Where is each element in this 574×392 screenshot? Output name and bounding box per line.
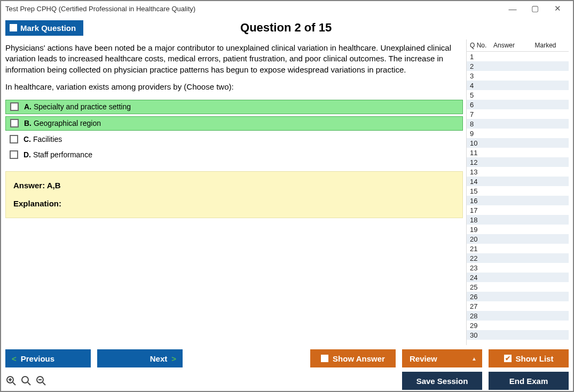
- answer-option-checkbox[interactable]: [10, 102, 19, 111]
- explanation-label: Explanation:: [13, 198, 455, 209]
- answer-option-label: D. Staff performance: [23, 150, 92, 160]
- show-list-button[interactable]: Show List: [489, 349, 569, 367]
- next-label: Next: [150, 354, 168, 363]
- answer-option-label: C. Facilities: [23, 134, 62, 145]
- question-list-row-number: 26: [470, 293, 493, 301]
- answer-option-checkbox[interactable]: [10, 135, 18, 143]
- question-list-row-number: 18: [470, 216, 493, 224]
- question-list-row-number: 9: [470, 130, 493, 138]
- question-list-row[interactable]: 10: [467, 138, 569, 148]
- question-list-row-number: 30: [470, 331, 493, 339]
- previous-label: Previous: [21, 354, 54, 363]
- answer-option-label: B. Geographical region: [24, 118, 101, 129]
- show-list-label: Show List: [516, 354, 554, 363]
- window-minimize-button[interactable]: —: [501, 3, 524, 14]
- next-button[interactable]: Next >: [97, 349, 183, 367]
- question-list-row-number: 29: [470, 322, 493, 330]
- question-list-row[interactable]: 26: [467, 292, 569, 301]
- question-list-row-number: 23: [470, 264, 493, 272]
- window-maximize-button[interactable]: ▢: [524, 3, 546, 14]
- show-answer-label: Show Answer: [333, 354, 385, 363]
- save-session-button[interactable]: Save Session: [402, 372, 482, 390]
- question-list-row[interactable]: 29: [467, 321, 569, 330]
- answer-option[interactable]: D. Staff performance: [5, 148, 463, 162]
- question-list-row[interactable]: 9: [467, 129, 569, 138]
- question-list-row-number: 25: [470, 283, 493, 291]
- question-list-row-number: 22: [470, 254, 493, 262]
- question-counter-title: Question 2 of 15: [83, 21, 489, 35]
- question-list-row[interactable]: 16: [467, 196, 569, 205]
- question-list-row-number: 28: [470, 312, 493, 320]
- chevron-right-icon: >: [171, 354, 176, 363]
- question-list-row[interactable]: 13: [467, 167, 569, 177]
- question-list-row[interactable]: 2: [467, 61, 569, 71]
- question-list-row[interactable]: 14: [467, 177, 569, 186]
- question-list-row[interactable]: 17: [467, 205, 569, 215]
- question-list-row[interactable]: 24: [467, 273, 569, 282]
- svg-line-1: [13, 382, 15, 385]
- question-list-row-number: 10: [470, 139, 493, 147]
- list-header-qno: Q No.: [470, 42, 493, 49]
- mark-question-button[interactable]: Mark Question: [5, 20, 83, 36]
- answer-option[interactable]: C. Facilities: [5, 133, 463, 146]
- question-list-row[interactable]: 7: [467, 109, 569, 119]
- question-list-row-number: 8: [470, 120, 493, 128]
- question-list-row[interactable]: 20: [467, 234, 569, 244]
- question-list-row[interactable]: 15: [467, 186, 569, 196]
- question-list-row[interactable]: 27: [467, 301, 569, 311]
- answer-option[interactable]: B. Geographical region: [5, 116, 463, 131]
- review-label: Review: [410, 354, 437, 363]
- mark-question-checkbox-icon: [10, 24, 17, 31]
- answer-explanation-box: Answer: A,B Explanation:: [5, 171, 463, 219]
- question-list-row-number: 7: [470, 110, 493, 118]
- question-prompt-paragraph-2: In healthcare, variation exists among pr…: [5, 82, 463, 92]
- question-list-row-number: 4: [470, 82, 493, 90]
- question-list-row-number: 24: [470, 274, 493, 282]
- question-list-row-number: 5: [470, 91, 493, 99]
- question-list-row-number: 14: [470, 178, 493, 186]
- chevron-up-icon: ▲: [471, 356, 477, 362]
- question-list-row-number: 16: [470, 197, 493, 205]
- question-list-row[interactable]: 30: [467, 330, 569, 340]
- question-list-row[interactable]: 4: [467, 81, 569, 90]
- question-list-row[interactable]: 12: [467, 157, 569, 167]
- zoom-reset-icon[interactable]: [20, 375, 32, 387]
- question-list-row[interactable]: 18: [467, 215, 569, 225]
- zoom-out-icon[interactable]: [35, 375, 47, 387]
- zoom-in-icon[interactable]: [5, 375, 17, 387]
- question-list-row[interactable]: 6: [467, 100, 569, 109]
- list-header-answer: Answer: [493, 42, 525, 49]
- show-answer-checkbox-icon: [321, 355, 328, 362]
- question-list-body[interactable]: 1234567891011121314151617181920212223242…: [467, 52, 569, 345]
- question-list-row-number: 12: [470, 158, 493, 166]
- question-list-row-number: 13: [470, 168, 493, 176]
- question-list-row[interactable]: 21: [467, 244, 569, 253]
- question-list-row[interactable]: 11: [467, 148, 569, 157]
- question-list-row-number: 20: [470, 235, 493, 243]
- question-list-row[interactable]: 28: [467, 311, 569, 321]
- question-pane: Physicians' actions have been noted be a…: [5, 39, 463, 345]
- question-list-row[interactable]: 25: [467, 282, 569, 292]
- answer-option[interactable]: A. Specialty and practice setting: [5, 100, 463, 114]
- answer-option-checkbox[interactable]: [10, 119, 19, 127]
- question-list-row[interactable]: 19: [467, 225, 569, 234]
- previous-button[interactable]: < Previous: [5, 349, 91, 367]
- end-exam-button[interactable]: End Exam: [489, 372, 569, 390]
- review-dropdown-button[interactable]: Review ▲: [402, 349, 482, 367]
- question-list-row[interactable]: 5: [467, 90, 569, 100]
- question-list-header: Q No. Answer Marked: [467, 39, 569, 52]
- question-list-row[interactable]: 23: [467, 263, 569, 273]
- question-list-row[interactable]: 1: [467, 52, 569, 61]
- show-answer-button[interactable]: Show Answer: [310, 349, 396, 367]
- window-close-button[interactable]: ✕: [546, 3, 569, 14]
- question-list-row-number: 17: [470, 206, 493, 214]
- svg-line-5: [28, 382, 30, 385]
- question-list-row[interactable]: 3: [467, 71, 569, 81]
- question-list-row-number: 1: [470, 53, 493, 61]
- answer-option-checkbox[interactable]: [10, 150, 18, 159]
- chevron-left-icon: <: [12, 354, 17, 363]
- question-list-row[interactable]: 8: [467, 119, 569, 129]
- question-list-row[interactable]: 22: [467, 253, 569, 263]
- question-list-row-number: 3: [470, 72, 493, 80]
- titlebar: Test Prep CPHQ (Certified Professional i…: [1, 1, 573, 16]
